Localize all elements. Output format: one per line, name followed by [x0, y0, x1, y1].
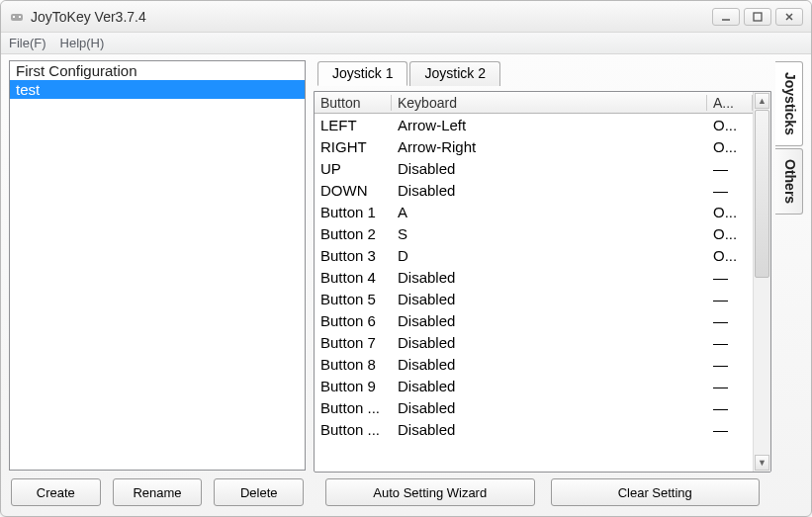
cell-button: RIGHT	[315, 138, 392, 155]
cell-auto: —	[707, 269, 753, 286]
cell-button: Button 9	[315, 378, 392, 394]
config-button-row: Create Rename Delete	[9, 478, 306, 508]
left-column: First Configurationtest Create Rename De…	[9, 60, 306, 508]
cell-button: Button 3	[315, 247, 392, 264]
scroll-up-arrow-icon[interactable]: ▲	[755, 93, 769, 109]
tab-joystick-2[interactable]: Joystick 2	[409, 61, 499, 86]
cell-auto: —	[707, 160, 753, 177]
menu-help[interactable]: Help(H)	[60, 36, 105, 50]
mapping-table-inner: Button Keyboard A... LEFTArrow-LeftO...R…	[315, 92, 753, 472]
cell-keyboard: S	[392, 225, 707, 242]
close-button[interactable]	[775, 8, 803, 26]
table-header: Button Keyboard A...	[315, 92, 753, 114]
cell-button: Button 2	[315, 225, 392, 242]
table-row[interactable]: Button 6Disabled—	[315, 309, 753, 331]
cell-auto: —	[707, 378, 753, 394]
main-panel: Joystick 1 Joystick 2 Button Keyboard A.…	[314, 60, 771, 508]
cell-button: UP	[315, 160, 392, 177]
menubar: File(F) Help(H)	[1, 33, 811, 54]
cell-auto: —	[707, 421, 753, 438]
cell-keyboard: Disabled	[392, 399, 707, 416]
cell-keyboard: Disabled	[392, 378, 707, 394]
auto-setting-wizard-button[interactable]: Auto Setting Wizard	[325, 478, 535, 506]
table-row[interactable]: LEFTArrow-LeftO...	[315, 114, 753, 135]
table-row[interactable]: Button 9Disabled—	[315, 375, 753, 396]
right-column: Joystick 1 Joystick 2 Button Keyboard A.…	[314, 60, 803, 508]
cell-auto: —	[707, 334, 753, 351]
list-item[interactable]: test	[10, 80, 305, 99]
table-row[interactable]: Button ...Disabled—	[315, 396, 753, 418]
delete-button[interactable]: Delete	[214, 478, 304, 506]
side-tabstrip: Joysticks Others	[775, 60, 803, 508]
cell-auto: O...	[707, 204, 753, 220]
cell-button: DOWN	[315, 182, 392, 199]
cell-keyboard: Disabled	[392, 356, 707, 373]
cell-keyboard: D	[392, 247, 707, 264]
th-keyboard[interactable]: Keyboard	[392, 95, 707, 111]
svg-rect-0	[11, 14, 23, 21]
minimize-button[interactable]	[712, 8, 740, 26]
cell-keyboard: Disabled	[392, 291, 707, 307]
rename-button[interactable]: Rename	[113, 478, 203, 506]
table-row[interactable]: Button 3DO...	[315, 244, 753, 266]
maximize-button[interactable]	[744, 8, 771, 26]
cell-button: Button ...	[315, 399, 392, 416]
cell-keyboard: Disabled	[392, 334, 707, 351]
cell-button: LEFT	[315, 117, 392, 133]
table-row[interactable]: Button 2SO...	[315, 222, 753, 244]
cell-button: Button 4	[315, 269, 392, 286]
config-list[interactable]: First Configurationtest	[9, 60, 306, 471]
app-icon	[9, 9, 25, 25]
window-title: JoyToKey Ver3.7.4	[31, 9, 146, 25]
joystick-tabstrip: Joystick 1 Joystick 2	[317, 60, 771, 85]
cell-keyboard: Disabled	[392, 160, 707, 177]
svg-rect-4	[754, 13, 762, 21]
cell-auto: —	[707, 356, 753, 373]
tab-joystick-1[interactable]: Joystick 1	[317, 61, 407, 86]
scroll-thumb[interactable]	[755, 110, 769, 278]
table-row[interactable]: UPDisabled—	[315, 157, 753, 179]
app-window: JoyToKey Ver3.7.4 File(F) Help(H) First …	[0, 0, 812, 517]
cell-button: Button 6	[315, 312, 392, 329]
sidetab-others[interactable]: Others	[775, 148, 803, 215]
cell-keyboard: A	[392, 204, 707, 220]
cell-auto: O...	[707, 117, 753, 133]
mapping-table: Button Keyboard A... LEFTArrow-LeftO...R…	[314, 91, 771, 473]
cell-auto: —	[707, 312, 753, 329]
th-button[interactable]: Button	[315, 95, 392, 111]
cell-keyboard: Arrow-Right	[392, 138, 707, 155]
cell-auto: O...	[707, 247, 753, 264]
menu-file[interactable]: File(F)	[9, 36, 46, 50]
client-area: First Configurationtest Create Rename De…	[1, 54, 811, 516]
cell-button: Button 5	[315, 291, 392, 307]
cell-keyboard: Disabled	[392, 312, 707, 329]
list-item[interactable]: First Configuration	[10, 61, 305, 80]
create-button[interactable]: Create	[11, 478, 101, 506]
cell-button: Button 1	[315, 204, 392, 220]
vertical-scrollbar[interactable]: ▲ ▼	[753, 92, 770, 472]
cell-auto: —	[707, 399, 753, 416]
table-row[interactable]: DOWNDisabled—	[315, 179, 753, 201]
titlebar: JoyToKey Ver3.7.4	[1, 1, 811, 33]
cell-button: Button ...	[315, 421, 392, 438]
table-row[interactable]: Button ...Disabled—	[315, 418, 753, 440]
cell-button: Button 8	[315, 356, 392, 373]
table-row[interactable]: Button 8Disabled—	[315, 353, 753, 375]
cell-keyboard: Disabled	[392, 269, 707, 286]
svg-rect-2	[19, 16, 21, 18]
table-row[interactable]: Button 7Disabled—	[315, 331, 753, 353]
scroll-down-arrow-icon[interactable]: ▼	[755, 455, 769, 471]
right-button-row: Auto Setting Wizard Clear Setting	[314, 478, 771, 508]
table-row[interactable]: Button 4Disabled—	[315, 266, 753, 288]
table-row[interactable]: Button 5Disabled—	[315, 288, 753, 309]
cell-auto: —	[707, 182, 753, 199]
cell-keyboard: Arrow-Left	[392, 117, 707, 133]
table-row[interactable]: RIGHTArrow-RightO...	[315, 135, 753, 157]
cell-auto: —	[707, 291, 753, 307]
cell-keyboard: Disabled	[392, 421, 707, 438]
clear-setting-button[interactable]: Clear Setting	[551, 478, 761, 506]
th-auto[interactable]: A...	[707, 95, 753, 111]
table-row[interactable]: Button 1AO...	[315, 201, 753, 222]
svg-rect-1	[13, 16, 15, 18]
sidetab-joysticks[interactable]: Joysticks	[775, 61, 803, 146]
